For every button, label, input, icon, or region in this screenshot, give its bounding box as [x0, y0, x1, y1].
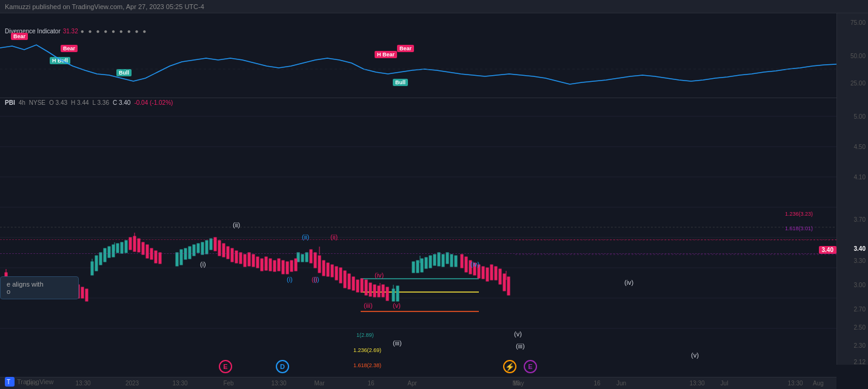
svg-rect-52 [450, 254, 453, 267]
svg-rect-123 [490, 265, 493, 280]
svg-rect-88 [261, 259, 263, 271]
svg-rect-112 [373, 285, 376, 297]
svg-rect-73 [146, 245, 149, 258]
svg-rect-101 [327, 263, 329, 276]
svg-rect-93 [282, 261, 284, 274]
x-1330-4: 13:30 [689, 380, 704, 387]
wave-label-iv1: (iv) [375, 271, 384, 279]
y-axis-main: 5.00 4.50 4.10 3.70 3.40 3.30 3.00 2.70 … [836, 98, 868, 365]
y-25: 2.50 [854, 324, 866, 331]
svg-rect-71 [138, 239, 140, 252]
svg-rect-83 [239, 253, 242, 264]
y-37: 3.70 [854, 216, 866, 223]
svg-rect-49 [438, 253, 440, 266]
svg-rect-26 [108, 247, 110, 258]
svg-rect-98 [314, 253, 316, 268]
svg-rect-86 [252, 254, 255, 267]
svg-text:T: T [7, 379, 10, 385]
fib-right-1: 1.236(3.23) [785, 211, 813, 217]
svg-rect-30 [125, 241, 127, 253]
svg-rect-79 [222, 244, 225, 257]
svg-rect-95 [290, 261, 293, 271]
svg-rect-32 [180, 250, 182, 265]
x-feb: Feb [223, 380, 233, 387]
wave-label-iv2: (iv) [470, 261, 479, 268]
wave-label-v1: (v) [393, 302, 401, 309]
x-mar: Mar [314, 380, 324, 387]
info-line-1: e aligns with [7, 281, 72, 288]
y-axis-indicator: 75.00 50.00 25.00 [836, 13, 868, 98]
svg-rect-81 [231, 248, 233, 262]
svg-rect-97 [310, 250, 312, 263]
svg-rect-29 [121, 242, 123, 253]
wave-label-i1: (i) [200, 261, 206, 268]
svg-rect-36 [197, 244, 199, 253]
wave-label-iii1: (iii) [364, 302, 373, 309]
x-16-3: 16 [593, 380, 600, 387]
svg-rect-41 [301, 254, 304, 262]
y-30: 3.00 [854, 282, 866, 288]
symbol-e1: E [219, 360, 232, 373]
svg-rect-108 [356, 280, 359, 292]
symbol-flash: ⚡ [503, 360, 516, 373]
header-title: Kamuzzi published on TradingView.com, Ap… [5, 3, 204, 10]
svg-rect-80 [227, 247, 229, 259]
y-ind-25: 25.00 [850, 80, 866, 87]
x-aug: Aug [813, 380, 824, 387]
wave-label-i4: (i) [312, 276, 318, 283]
main-chart-svg [0, 98, 836, 365]
svg-rect-48 [433, 254, 436, 265]
x-may: May [513, 380, 524, 387]
svg-rect-124 [495, 267, 497, 280]
y-212: 2.12 [854, 359, 866, 365]
svg-rect-34 [189, 247, 191, 259]
svg-rect-114 [382, 285, 384, 297]
y-27: 2.70 [854, 306, 866, 313]
x-16-1: 16 [367, 380, 374, 387]
svg-rect-33 [184, 248, 187, 259]
svg-rect-75 [155, 251, 157, 263]
fib-right-2: 1.618(3.01) [785, 225, 813, 231]
wave-label-iv3: (iv) [624, 279, 633, 286]
svg-rect-46 [425, 258, 427, 268]
svg-rect-76 [159, 253, 161, 264]
svg-rect-104 [339, 268, 342, 283]
y-23: 2.30 [854, 342, 866, 349]
svg-rect-111 [369, 283, 372, 296]
svg-rect-113 [378, 286, 380, 297]
svg-rect-116 [461, 254, 463, 268]
wave-label-v2: (v) [514, 330, 522, 337]
svg-rect-23 [95, 256, 98, 271]
svg-rect-106 [348, 274, 350, 289]
svg-rect-121 [482, 267, 484, 279]
svg-rect-96 [295, 259, 297, 271]
fib-label-2: 1.236(2.69) [353, 347, 381, 353]
svg-rect-109 [361, 279, 363, 292]
dashed-line-1618 [0, 253, 836, 254]
info-box: e aligns with o [0, 276, 79, 299]
header-bar: Kamuzzi published on TradingView.com, Ap… [0, 0, 868, 13]
svg-rect-115 [386, 287, 389, 301]
wave-label-ii1: (ii) [233, 221, 240, 228]
svg-rect-85 [248, 253, 250, 266]
svg-rect-40 [297, 253, 299, 262]
svg-rect-28 [116, 244, 119, 253]
svg-rect-84 [244, 254, 246, 267]
svg-rect-94 [286, 262, 289, 274]
y-34: 3.40 [854, 245, 866, 252]
y-5: 5.00 [854, 113, 866, 120]
svg-rect-42 [305, 253, 308, 262]
svg-rect-24 [99, 253, 102, 265]
svg-rect-117 [465, 257, 467, 272]
svg-rect-122 [486, 268, 489, 281]
svg-rect-74 [150, 248, 153, 259]
x-2023: 2023 [125, 380, 139, 387]
svg-rect-127 [507, 277, 510, 295]
x-1330-2: 13:30 [172, 380, 187, 387]
svg-rect-37 [201, 242, 204, 254]
x-apr: Apr [407, 380, 417, 387]
x-jun: Jun [616, 380, 626, 387]
wave-label-iii3: (iii) [516, 342, 525, 350]
wave-label-v3: (v) [691, 351, 699, 359]
info-line-2: o [7, 288, 72, 295]
